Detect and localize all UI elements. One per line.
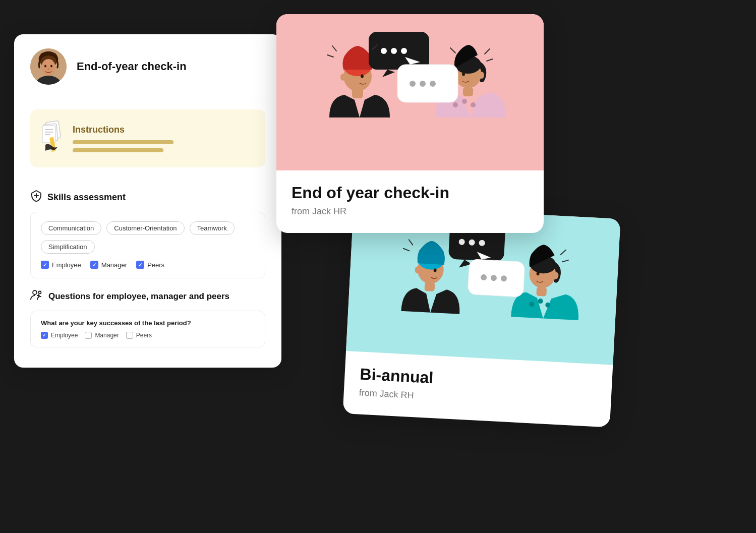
questions-header: Questions for employee, manager and peer… [30,289,265,304]
svg-point-35 [479,72,484,79]
qcheck-manager[interactable]: Manager [85,332,119,339]
checkbox-manager[interactable]: Manager [90,261,127,269]
svg-point-4 [44,65,46,68]
tag-teamwork: Teamwork [190,221,235,235]
tags-row: Communication Customer-Orientation Teamw… [41,221,255,254]
pink-card-body: End of year check-in from Jack HR [276,170,544,233]
qcheck-employee-label: Employee [51,332,78,339]
qcheck-peers-label: Peers [136,332,152,339]
questions-section: Questions for employee, manager and peer… [14,278,281,347]
svg-point-37 [381,48,387,54]
svg-rect-59 [536,287,547,297]
skills-section-title: Skills assessment [47,192,126,203]
checkbox-employee-box[interactable] [41,261,49,269]
skills-checkboxes: Employee Manager Peers [41,261,255,269]
checkbox-employee[interactable]: Employee [41,261,81,269]
pink-card-image [276,14,544,170]
qcheck-peers-box[interactable] [126,332,133,339]
svg-point-19 [39,291,41,294]
svg-point-30 [471,102,476,107]
pencil-icon [38,121,65,156]
skills-header: Skills assessment [30,190,265,205]
shield-icon [30,190,42,205]
card-title: End-of-year check-in [77,60,187,73]
checkbox-manager-box[interactable] [90,261,98,269]
svg-point-43 [430,81,436,87]
svg-rect-40 [397,65,458,102]
questions-section-title: Questions for employee, manager and peer… [48,291,229,302]
instructions-line-1 [73,140,173,144]
checkbox-peers-label: Peers [147,261,164,269]
instructions-content: Instructions [73,125,173,152]
blue-card: Bi-annual from Jack RH [343,205,621,427]
card-header: End-of-year check-in [14,34,281,97]
svg-point-26 [361,75,364,78]
checkbox-peers[interactable]: Peers [136,261,164,269]
svg-point-41 [410,81,416,87]
tag-simplification: Simplification [41,240,95,254]
instructions-line-2 [73,148,163,152]
avatar [30,48,67,85]
qcheck-manager-label: Manager [95,332,119,339]
svg-point-5 [50,65,52,68]
svg-rect-36 [369,32,429,70]
checkbox-peers-box[interactable] [136,261,144,269]
svg-point-28 [453,102,458,107]
pink-card: End of year check-in from Jack HR [276,14,544,233]
svg-point-2 [41,59,55,76]
tag-communication: Communication [41,221,101,235]
svg-point-29 [462,99,467,104]
skills-section: Skills assessment Communication Customer… [14,180,281,278]
question-text: What are your key successes of the last … [41,319,255,327]
skills-box: Communication Customer-Orientation Teamw… [30,212,265,278]
form-card: End-of-year check-in Instruct [14,34,281,368]
pink-card-subtitle: from Jack HR [292,206,529,217]
instructions-block: Instructions [30,109,265,167]
question-checkboxes: Employee Manager Peers [41,332,255,339]
pink-card-title: End of year check-in [292,184,529,202]
svg-point-18 [33,290,37,294]
qcheck-manager-box[interactable] [85,332,92,339]
svg-point-38 [391,48,397,54]
svg-point-34 [462,73,465,76]
svg-point-27 [340,74,345,81]
svg-rect-31 [463,87,473,96]
svg-point-6 [47,69,49,70]
checkbox-employee-label: Employee [52,261,81,269]
pink-illustration [276,14,544,170]
tag-customer-orientation: Customer-Orientation [106,221,184,235]
svg-point-39 [401,48,407,54]
instructions-label: Instructions [73,125,173,135]
people-icon [30,289,43,304]
qcheck-employee[interactable]: Employee [41,332,78,339]
svg-point-42 [420,81,426,87]
qcheck-employee-box[interactable] [41,332,48,339]
qcheck-peers[interactable]: Peers [126,332,152,339]
question-box: What are your key successes of the last … [30,311,265,347]
checkbox-manager-label: Manager [101,261,127,269]
